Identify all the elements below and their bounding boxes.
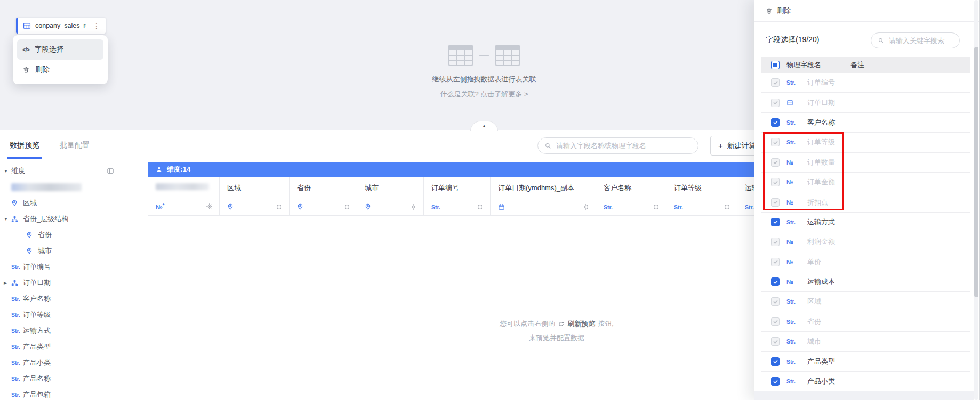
menu-item-delete[interactable]: 删除 — [17, 60, 103, 80]
string-type-icon: Str. — [786, 119, 796, 126]
string-type-icon: Str. — [786, 378, 796, 385]
field-row[interactable]: Str.运输方式 — [761, 213, 970, 232]
string-type-icon: Str. — [11, 264, 20, 270]
tree-item[interactable]: ▶订单日期 — [0, 275, 126, 291]
string-type-icon: Str. — [11, 328, 20, 334]
field-checkbox[interactable] — [771, 337, 780, 346]
search-icon — [544, 142, 552, 150]
field-checkbox[interactable] — [771, 158, 780, 167]
field-row[interactable]: Str.城市 — [761, 332, 970, 352]
collapse-panel-icon[interactable] — [107, 167, 114, 175]
gear-icon[interactable] — [653, 203, 660, 210]
tree-item[interactable]: Str.订单等级 — [0, 307, 126, 323]
field-checkbox[interactable] — [771, 99, 780, 107]
field-checkbox[interactable] — [771, 377, 780, 386]
field-checkbox[interactable] — [771, 258, 780, 266]
field-checkbox[interactable] — [771, 357, 780, 366]
tree-item[interactable]: 省份 — [0, 227, 126, 243]
tree-item[interactable]: Str.产品小类 — [0, 355, 126, 371]
tree-item[interactable]: 城市 — [0, 243, 126, 259]
gear-icon[interactable] — [724, 203, 730, 210]
field-checkbox[interactable] — [771, 78, 780, 87]
field-checkbox[interactable] — [771, 178, 780, 186]
panel-delete-button[interactable]: 删除 — [754, 0, 980, 22]
field-row[interactable]: Str.产品小类 — [761, 372, 970, 391]
string-type-icon: Str. — [786, 358, 796, 365]
table-icon — [23, 22, 31, 30]
table-node-label: conpany_sales_reco... — [35, 22, 86, 29]
tree-item[interactable]: Str.产品类型 — [0, 339, 126, 355]
field-row[interactable]: №订单金额 — [761, 173, 970, 192]
tree-item[interactable]: ▼省份_层级结构 — [0, 211, 126, 227]
field-row[interactable]: Str.产品类型 — [761, 352, 970, 371]
tree-item[interactable]: Str.产品名称 — [0, 371, 126, 387]
field-table-header: 物理字段名 备注 — [761, 57, 970, 73]
field-checkbox[interactable] — [771, 238, 780, 246]
expand-arrow-icon[interactable]: ▼ — [4, 217, 11, 222]
canvas-collapse-handle[interactable]: ▲ — [470, 121, 498, 131]
number-star-type-icon: №* — [156, 202, 164, 210]
preview-column-header: 城市 — [357, 177, 424, 216]
scrollbar-thumb[interactable] — [974, 47, 978, 297]
field-checkbox[interactable] — [771, 138, 780, 146]
field-row[interactable]: Str.区域 — [761, 292, 970, 312]
field-label: 省份 — [807, 317, 821, 326]
preview-column-header: 区域 — [220, 177, 290, 216]
hierarchy-icon — [11, 216, 18, 223]
hierarchy-icon — [11, 280, 18, 287]
tree-item-censored[interactable] — [0, 179, 126, 195]
tree-item[interactable]: Str.运输方式 — [0, 323, 126, 339]
field-search-box — [537, 137, 698, 154]
dimension-tree: ▼ 维度 区域▼省份_层级结构省份城市Str.订单编号▶订单日期Str.客户名称… — [0, 163, 126, 400]
field-label: 运输成本 — [807, 277, 835, 287]
tree-items: 区域▼省份_层级结构省份城市Str.订单编号▶订单日期Str.客户名称Str.订… — [0, 179, 126, 400]
field-row[interactable]: Str.订单编号 — [761, 73, 970, 93]
tree-item[interactable]: Str.客户名称 — [0, 291, 126, 307]
field-checkbox[interactable] — [771, 118, 780, 127]
field-checkbox[interactable] — [771, 198, 780, 207]
field-checkbox[interactable] — [771, 218, 780, 226]
node-more-icon[interactable]: ⋮ — [91, 21, 102, 30]
field-label: 订单等级 — [807, 137, 835, 147]
tab-data-preview[interactable]: 数据预览 — [7, 140, 42, 159]
keyword-search-input[interactable] — [889, 37, 953, 45]
string-type-icon: Str. — [786, 139, 796, 145]
field-search-input[interactable] — [556, 142, 692, 150]
gear-icon[interactable] — [343, 203, 350, 210]
field-row[interactable]: №折扣点 — [761, 192, 970, 212]
field-row[interactable]: №订单数量 — [761, 153, 970, 173]
tree-item[interactable]: Str.订单编号 — [0, 259, 126, 275]
gear-icon[interactable] — [582, 203, 589, 210]
field-row[interactable]: Str.订单等级 — [761, 133, 970, 152]
string-type-icon: Str. — [745, 204, 754, 210]
tree-item-label: 运输方式 — [23, 326, 51, 336]
field-checkbox[interactable] — [771, 297, 780, 306]
expand-arrow-icon[interactable]: ▶ — [4, 281, 11, 285]
field-row[interactable]: №单价 — [761, 252, 970, 272]
tree-item-label: 产品小类 — [23, 358, 51, 368]
refresh-preview-label: 刷新预览 — [567, 319, 595, 329]
field-row[interactable]: Str.客户名称 — [761, 113, 970, 133]
gear-icon[interactable] — [477, 203, 484, 210]
gear-icon[interactable] — [206, 203, 213, 210]
tab-batch-config[interactable]: 批量配置 — [58, 140, 92, 159]
field-checkbox[interactable] — [771, 317, 780, 326]
gear-icon[interactable] — [410, 203, 417, 210]
gear-icon[interactable] — [276, 203, 283, 210]
tree-item[interactable]: Str.产品包箱 — [0, 387, 126, 400]
field-row[interactable]: 订单日期 — [761, 93, 970, 112]
field-label: 订单日期 — [807, 98, 835, 108]
field-row[interactable]: Str.省份 — [761, 312, 970, 332]
tab-bar: 数据预览 批量配置 — [7, 140, 92, 159]
menu-item-field-select[interactable]: </> 字段选择 — [17, 39, 103, 60]
select-all-checkbox[interactable] — [771, 61, 780, 69]
table-node[interactable]: conpany_sales_reco... ⋮ — [16, 18, 106, 34]
tree-item[interactable]: 区域 — [0, 195, 126, 211]
string-type-icon: Str. — [786, 79, 796, 86]
field-row[interactable]: №运输成本 — [761, 272, 970, 292]
field-checkbox[interactable] — [771, 277, 780, 286]
trash-icon — [22, 66, 30, 74]
field-label: 订单编号 — [807, 78, 835, 87]
field-row[interactable]: №利润金额 — [761, 232, 970, 252]
expand-arrow-icon[interactable]: ▼ — [4, 169, 11, 174]
